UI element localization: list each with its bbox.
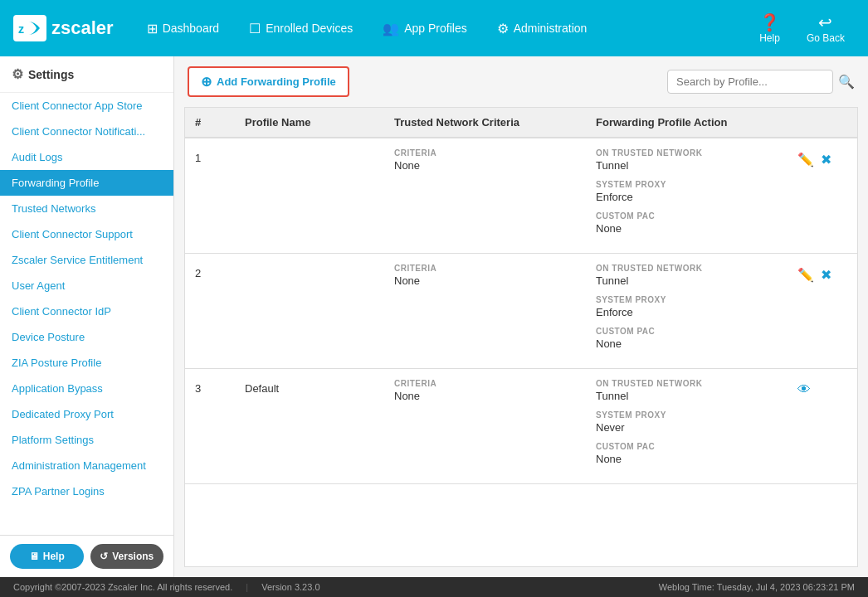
row-1-criteria-label: CRITERIA — [394, 148, 589, 158]
sidebar-item-client-connector-notifications[interactable]: Client Connector Notificati... — [0, 119, 173, 144]
row-2-action-proxy: SYSTEM PROXY Enforce — [596, 295, 797, 318]
row-1-action-proxy: SYSTEM PROXY Enforce — [596, 180, 797, 203]
nav-item-app-profiles-label: App Profiles — [404, 22, 466, 35]
sidebar-item-zia-posture-profile[interactable]: ZIA Posture Profile — [0, 350, 173, 376]
row-2-criteria-value: None — [394, 274, 589, 287]
toolbar: ⊕ Add Forwarding Profile 🔍 — [174, 56, 868, 107]
row-3-num: 3 — [195, 379, 245, 395]
sidebar-item-forwarding-profile[interactable]: Forwarding Profile — [0, 170, 173, 196]
row-2-actions: ✏️ ✖ — [797, 264, 847, 283]
row-3-criteria-col: CRITERIA None — [394, 379, 596, 402]
help-nav-button[interactable]: ❓ Help — [749, 9, 790, 47]
nav-item-app-profiles[interactable]: 👥 App Profiles — [369, 14, 480, 43]
sidebar-bottom: 🖥 Help ↺ Versions — [0, 535, 173, 577]
app-profiles-icon: 👥 — [383, 21, 399, 36]
footer-divider: | — [246, 582, 248, 592]
row-3-view-button[interactable]: 👁 — [797, 382, 811, 397]
col-header-criteria: Trusted Network Criteria — [394, 116, 596, 129]
sidebar-item-audit-logs[interactable]: Audit Logs — [0, 144, 173, 170]
search-button[interactable]: 🔍 — [838, 74, 855, 90]
footer-weblog: Weblog Time: Tuesday, Jul 4, 2023 06:23:… — [659, 582, 855, 592]
nav-item-dashboard-label: Dashboard — [163, 22, 220, 35]
sidebar-item-device-posture[interactable]: Device Posture — [0, 324, 173, 350]
footer-version-number: 3.23.0 — [295, 582, 320, 592]
logo[interactable]: z zscaler — [13, 15, 114, 41]
sidebar-item-user-agent[interactable]: User Agent — [0, 273, 173, 298]
row-1-action-pac-value: None — [596, 222, 797, 235]
nav-item-enrolled-devices[interactable]: ☐ Enrolled Devices — [236, 14, 366, 43]
sidebar-header-label: Settings — [28, 68, 74, 81]
search-area: 🔍 — [667, 70, 855, 94]
sidebar-item-trusted-networks[interactable]: Trusted Networks — [0, 196, 173, 221]
footer: Copyright ©2007-2023 Zscaler Inc. All ri… — [0, 577, 868, 597]
help-button[interactable]: 🖥 Help — [10, 544, 84, 569]
administration-icon: ⚙ — [497, 21, 509, 36]
row-3-action-proxy-value: Never — [596, 421, 797, 434]
row-1-num: 1 — [195, 148, 245, 164]
versions-icon: ↺ — [100, 551, 108, 562]
enrolled-devices-icon: ☐ — [249, 21, 261, 36]
row-3-action-trusted-label: ON TRUSTED NETWORK — [596, 379, 797, 388]
row-2-edit-button[interactable]: ✏️ — [797, 267, 814, 283]
help-nav-label: Help — [759, 32, 780, 44]
row-2-delete-button[interactable]: ✖ — [821, 267, 831, 283]
row-3-action-proxy: SYSTEM PROXY Never — [596, 410, 797, 434]
nav-items: ⊞ Dashboard ☐ Enrolled Devices 👥 App Pro… — [134, 14, 749, 43]
row-3-action-pac-label: CUSTOM PAC — [596, 442, 797, 451]
row-1-actions: ✏️ ✖ — [797, 148, 847, 167]
nav-item-enrolled-devices-label: Enrolled Devices — [266, 22, 353, 35]
sidebar-item-dedicated-proxy-port[interactable]: Dedicated Proxy Port — [0, 401, 173, 427]
help-btn-label: Help — [43, 551, 65, 562]
sidebar-item-zscaler-service-entitlement[interactable]: Zscaler Service Entitlement — [0, 247, 173, 273]
row-1-delete-button[interactable]: ✖ — [821, 152, 831, 167]
logo-text: zscaler — [51, 17, 114, 39]
row-2-name — [245, 264, 394, 267]
row-2-action-proxy-value: Enforce — [596, 306, 797, 318]
row-2-action-trusted-label: ON TRUSTED NETWORK — [596, 264, 797, 273]
row-1-action-trusted-label: ON TRUSTED NETWORK — [596, 148, 797, 158]
sidebar-item-client-connector-app-store[interactable]: Client Connector App Store — [0, 93, 173, 119]
row-2-criteria-col: CRITERIA None — [394, 264, 596, 287]
row-3-criteria-value: None — [394, 390, 589, 402]
row-2-action-col: ON TRUSTED NETWORK Tunnel SYSTEM PROXY E… — [596, 264, 797, 358]
search-input[interactable] — [667, 70, 833, 94]
footer-left: Copyright ©2007-2023 Zscaler Inc. All ri… — [13, 582, 320, 592]
row-3-criteria-label: CRITERIA — [394, 379, 589, 388]
row-2-action-pac: CUSTOM PAC None — [596, 327, 797, 350]
sidebar: ⚙ Settings Client Connector App StoreCli… — [0, 56, 174, 577]
dashboard-icon: ⊞ — [147, 21, 158, 36]
logo-icon: z — [13, 15, 46, 41]
sidebar-item-administration-management[interactable]: Administration Management — [0, 453, 173, 478]
go-back-label: Go Back — [807, 32, 845, 44]
help-btn-icon: 🖥 — [29, 551, 39, 562]
nav-item-administration-label: Administration — [514, 22, 588, 35]
row-1-action-proxy-label: SYSTEM PROXY — [596, 180, 797, 189]
row-2-action-trusted-value: Tunnel — [596, 274, 797, 287]
row-1-criteria-col: CRITERIA None — [394, 148, 596, 172]
sidebar-item-client-connector-idp[interactable]: Client Connector IdP — [0, 298, 173, 324]
sidebar-item-zpa-partner-logins[interactable]: ZPA Partner Logins — [0, 478, 173, 504]
row-1-edit-button[interactable]: ✏️ — [797, 152, 814, 167]
row-1-action-trusted-value: Tunnel — [596, 159, 797, 172]
row-3-action-pac-value: None — [596, 453, 797, 465]
go-back-button[interactable]: ↩ Go Back — [797, 9, 855, 47]
versions-button[interactable]: ↺ Versions — [90, 544, 164, 569]
row-3-action-trusted-value: Tunnel — [596, 390, 797, 402]
nav-item-dashboard[interactable]: ⊞ Dashboard — [134, 14, 233, 43]
nav-item-administration[interactable]: ⚙ Administration — [484, 14, 601, 43]
row-1-action-pac-label: CUSTOM PAC — [596, 211, 797, 221]
row-3-actions: 👁 — [797, 379, 847, 397]
add-forwarding-profile-button[interactable]: ⊕ Add Forwarding Profile — [188, 66, 349, 97]
plus-icon: ⊕ — [201, 74, 212, 90]
sidebar-item-client-connector-support[interactable]: Client Connector Support — [0, 221, 173, 247]
col-header-action: Forwarding Profile Action — [596, 116, 797, 129]
sidebar-item-application-bypass[interactable]: Application Bypass — [0, 376, 173, 401]
table-container: # Profile Name Trusted Network Criteria … — [184, 107, 858, 567]
row-2-criteria-label: CRITERIA — [394, 264, 589, 273]
row-1-name — [245, 148, 394, 152]
row-3-action-col: ON TRUSTED NETWORK Tunnel SYSTEM PROXY N… — [596, 379, 797, 473]
row-2-action-pac-label: CUSTOM PAC — [596, 327, 797, 336]
sidebar-item-platform-settings[interactable]: Platform Settings — [0, 427, 173, 453]
top-nav: z zscaler ⊞ Dashboard ☐ Enrolled Devices… — [0, 0, 868, 56]
table-row: 2 CRITERIA None ON TRUSTED NETWORK Tunne… — [185, 254, 857, 369]
